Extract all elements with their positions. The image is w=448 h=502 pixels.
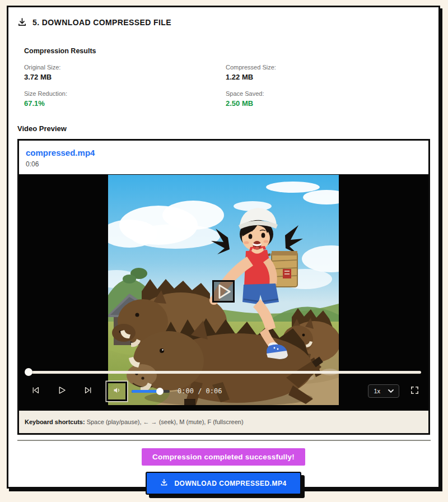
total-time: 0:06 <box>206 387 222 395</box>
shortcuts-label: Keyboard shortcuts: <box>25 419 85 425</box>
mute-button[interactable] <box>106 382 127 401</box>
seek-thumb[interactable] <box>25 368 32 376</box>
player-stage: 0:00 / 0:06 1x <box>19 174 428 410</box>
stat-compressed-size: Compressed Size: 1.22 MB <box>226 64 430 81</box>
skip-back-button[interactable] <box>26 382 45 401</box>
player-header: compressed.mp4 0:06 <box>19 141 428 174</box>
seek-bar[interactable] <box>26 371 421 374</box>
controls-left: 0:00 / 0:06 <box>26 382 222 401</box>
stat-original-size: Original Size: 3.72 MB <box>24 64 226 81</box>
play-overlay-button[interactable] <box>212 280 235 303</box>
keyboard-shortcuts-bar: Keyboard shortcuts: Space (play/pause), … <box>19 410 428 433</box>
video-player: compressed.mp4 0:06 <box>17 139 430 435</box>
success-banner: Compression completed successfully! <box>142 448 305 466</box>
time-display: 0:00 / 0:06 <box>178 387 222 395</box>
volume-thumb[interactable] <box>156 388 164 395</box>
skip-forward-icon <box>83 385 93 397</box>
download-icon <box>17 17 27 27</box>
skip-forward-button[interactable] <box>78 382 97 401</box>
play-icon <box>57 385 67 397</box>
stat-space-saved: Space Saved: 2.50 MB <box>226 90 430 108</box>
controls-right: 1x <box>368 384 421 398</box>
download-icon <box>160 478 168 488</box>
video-duration: 0:06 <box>26 160 422 168</box>
download-button-label: DOWNLOAD COMPRESSED.MP4 <box>174 480 286 487</box>
play-button[interactable] <box>52 382 71 401</box>
fullscreen-button[interactable] <box>408 384 421 398</box>
video-preview-label: Video Preview <box>17 124 430 133</box>
divider <box>17 440 431 441</box>
chevron-down-icon <box>388 388 394 394</box>
skip-back-icon <box>31 385 40 397</box>
fullscreen-icon <box>410 385 419 397</box>
results-title: Compression Results <box>24 47 430 55</box>
current-time: 0:00 <box>178 387 194 395</box>
volume-fill <box>132 390 158 393</box>
time-separator: / <box>198 387 202 395</box>
shortcuts-text: Space (play/pause), ← → (seek), M (mute)… <box>85 419 244 425</box>
main-panel: 5. DOWNLOAD COMPRESSED FILE Compression … <box>7 6 440 489</box>
compression-results: Compression Results Original Size: 3.72 … <box>17 47 430 108</box>
speed-value: 1x <box>374 388 380 394</box>
player-controls: 0:00 / 0:06 1x <box>26 380 421 402</box>
download-compressed-button[interactable]: DOWNLOAD COMPRESSED.MP4 <box>146 472 301 495</box>
video-filename-link[interactable]: compressed.mp4 <box>26 148 422 157</box>
volume-slider[interactable] <box>132 390 170 393</box>
section-title: 5. DOWNLOAD COMPRESSED FILE <box>32 18 171 27</box>
stat-size-reduction: Size Reduction: 67.1% <box>24 90 226 108</box>
stats-grid: Original Size: 3.72 MB Compressed Size: … <box>24 64 430 108</box>
playback-speed-select[interactable]: 1x <box>368 384 399 398</box>
section-header: 5. DOWNLOAD COMPRESSED FILE <box>17 17 430 27</box>
volume-icon <box>113 386 121 396</box>
